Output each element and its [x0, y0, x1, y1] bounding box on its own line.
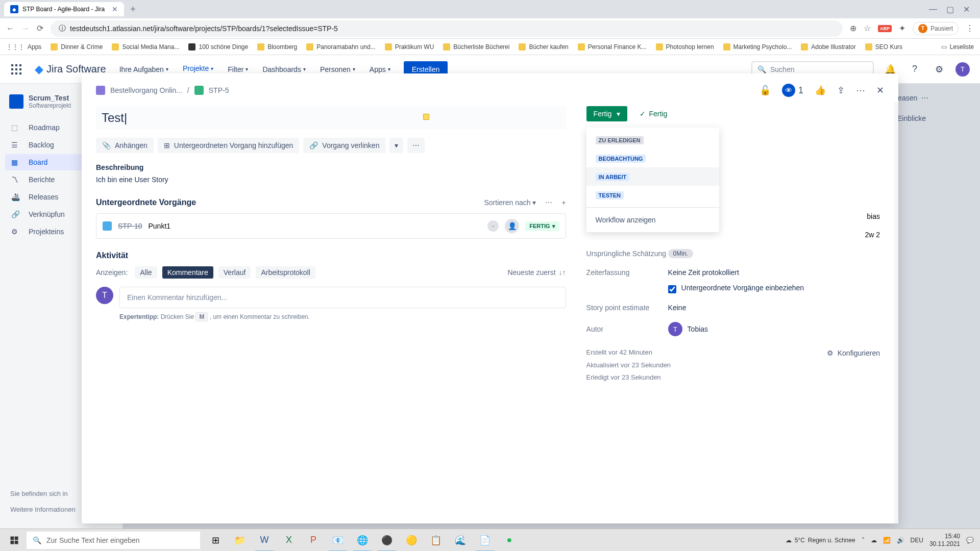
bookmark-item[interactable]: SEO Kurs: [865, 43, 902, 51]
wifi-icon[interactable]: 📶: [883, 537, 891, 544]
clock[interactable]: 15:40 30.11.2021: [929, 533, 960, 547]
extensions-icon[interactable]: ✦: [899, 23, 905, 33]
watch-button[interactable]: 👁1: [782, 84, 803, 97]
bookmark-item[interactable]: Marketing Psycholo...: [723, 43, 792, 51]
spotify-icon[interactable]: ●: [497, 529, 522, 552]
epic-link[interactable]: Bestellvorgang Onlin...: [110, 86, 182, 94]
share-icon[interactable]: ⇪: [837, 85, 845, 96]
weather-widget[interactable]: ☁ 5°C Regen u. Schnee: [786, 537, 855, 544]
bookmark-star-icon[interactable]: ☆: [864, 23, 871, 33]
zoom-icon[interactable]: ⊕: [850, 23, 856, 33]
tracking-value[interactable]: Keine Zeit protokolliert: [668, 268, 739, 277]
bookmark-item[interactable]: Dinner & Crime: [51, 43, 103, 51]
mail-icon[interactable]: 📧: [326, 529, 350, 552]
tab-worklog[interactable]: Arbeitsprotokoll: [256, 266, 315, 279]
show-label: Anzeigen:: [96, 268, 128, 277]
excel-icon[interactable]: X: [277, 529, 301, 552]
sort-newest-button[interactable]: Neueste zuerst ↓↑: [507, 268, 566, 277]
tab-history[interactable]: Verlauf: [218, 266, 251, 279]
bookmark-item[interactable]: Photoshop lernen: [656, 43, 714, 51]
estimate-value[interactable]: 0Min.: [668, 249, 693, 258]
status-option-inprogress[interactable]: IN ARBEIT: [586, 167, 719, 186]
minimize-icon[interactable]: —: [929, 5, 937, 14]
chrome-icon[interactable]: 🌐: [350, 529, 375, 552]
close-dialog-icon[interactable]: ✕: [876, 85, 884, 96]
volume-icon[interactable]: 🔊: [897, 537, 904, 544]
site-info-icon[interactable]: ⓘ: [59, 24, 66, 33]
notifications-tray-icon[interactable]: 💬: [966, 537, 974, 544]
subtask-assignee-avatar[interactable]: 👤: [505, 219, 519, 233]
taskbar-search[interactable]: 🔍 Zur Suche Text hier eingeben: [27, 532, 200, 549]
like-icon[interactable]: 👍: [815, 85, 826, 96]
bookmark-item[interactable]: Personal Finance K...: [578, 43, 647, 51]
profile-avatar[interactable]: T: [955, 62, 970, 77]
powerpoint-icon[interactable]: P: [301, 529, 326, 552]
tray-chevron-icon[interactable]: ˄: [862, 537, 865, 544]
notepad-icon[interactable]: 📄: [473, 529, 497, 552]
configure-button[interactable]: ⚙ Konfigurieren: [827, 346, 880, 360]
bookmark-item[interactable]: Adobe Illustrator: [801, 43, 855, 51]
tab-all[interactable]: Alle: [135, 266, 157, 279]
app-switcher-icon[interactable]: [10, 63, 22, 76]
status-option-todo[interactable]: ZU ERLEDIGEN: [586, 131, 719, 149]
subtask-key[interactable]: STP-10: [118, 222, 142, 230]
new-tab-button[interactable]: +: [130, 4, 136, 15]
forward-button[interactable]: →: [21, 24, 30, 33]
close-window-icon[interactable]: ✕: [963, 5, 970, 14]
issue-key[interactable]: STP-5: [209, 86, 229, 94]
url-input[interactable]: ⓘ testdeutsch1.atlassian.net/jira/softwa…: [51, 20, 843, 37]
issue-title-input[interactable]: Test|: [96, 106, 566, 130]
subtask-menu-icon[interactable]: ⋯: [545, 198, 552, 207]
bookmark-item[interactable]: Praktikum WU: [385, 43, 434, 51]
comment-input[interactable]: Einen Kommentar hinzufügen...: [119, 287, 566, 308]
profile-paused-button[interactable]: TPausiert: [913, 22, 959, 35]
browser-tab[interactable]: ◆ STP Board - Agile-Board - Jira ✕: [4, 2, 124, 16]
subtask-row[interactable]: STP-10 Punkt1 - 👤 FERTIG▾: [96, 213, 566, 239]
bookmark-item[interactable]: Panoramabahn und...: [306, 43, 375, 51]
link-dropdown-button[interactable]: ▾: [389, 138, 403, 153]
view-workflow-link[interactable]: Workflow anzeigen: [586, 211, 719, 229]
apps-bookmark[interactable]: ⋮⋮⋮ Apps: [6, 43, 41, 51]
file-explorer-icon[interactable]: 📁: [228, 529, 252, 552]
bookmark-item[interactable]: Bloomberg: [257, 43, 297, 51]
status-dropdown-button[interactable]: Fertig▾: [586, 106, 628, 121]
more-actions-icon[interactable]: ⋯: [856, 85, 865, 96]
settings-icon[interactable]: ⚙: [931, 61, 947, 78]
status-option-watch[interactable]: BEOBACHTUNG: [586, 149, 719, 167]
storypoints-value[interactable]: Keine: [668, 304, 880, 312]
cursor-highlight: [423, 114, 429, 120]
word-icon[interactable]: W: [252, 529, 277, 552]
bookmark-item[interactable]: Social Media Mana...: [112, 43, 179, 51]
sort-subtasks-button[interactable]: Sortieren nach ▾: [484, 198, 536, 207]
back-button[interactable]: ←: [6, 24, 14, 33]
add-subtask-icon[interactable]: +: [561, 198, 566, 207]
onedrive-icon[interactable]: ☁: [871, 537, 877, 544]
more-button[interactable]: ⋯: [407, 138, 425, 153]
subtask-status-badge[interactable]: FERTIG▾: [525, 221, 559, 231]
bookmark-item[interactable]: Bücher kaufen: [519, 43, 568, 51]
chrome-menu-icon[interactable]: ⋮: [966, 23, 974, 33]
bookmark-item[interactable]: Bücherliste Bücherei: [443, 43, 509, 51]
help-icon[interactable]: ?: [906, 61, 923, 78]
tab-comments[interactable]: Kommentare: [162, 266, 213, 279]
obs-icon[interactable]: ⚫: [375, 529, 399, 552]
language-indicator[interactable]: DEU: [911, 537, 923, 544]
bookmark-item[interactable]: 100 schöne Dinge: [188, 43, 248, 51]
status-option-test[interactable]: TESTEN: [586, 186, 719, 204]
link-issue-button[interactable]: 🔗Vorgang verlinken: [303, 138, 385, 153]
maximize-icon[interactable]: ▢: [946, 5, 954, 14]
add-subtask-button[interactable]: ⊞Untergeordneten Vorgang hinzufügen: [158, 138, 300, 153]
edge-icon[interactable]: 🌊: [448, 529, 473, 552]
abp-extension-icon[interactable]: ABP: [878, 25, 892, 32]
app-icon[interactable]: 🟡: [399, 529, 424, 552]
task-view-icon[interactable]: ⊞: [203, 529, 228, 552]
app-icon-2[interactable]: 📋: [424, 529, 448, 552]
reading-list-button[interactable]: ▭ Leseliste: [941, 43, 974, 51]
reload-button[interactable]: ⟳: [37, 23, 43, 33]
attach-button[interactable]: 📎Anhängen: [96, 138, 154, 153]
close-tab-icon[interactable]: ✕: [112, 5, 118, 13]
description-text[interactable]: Ich bin eine User Story: [96, 176, 566, 184]
lock-icon[interactable]: 🔓: [760, 85, 771, 96]
include-subtasks-checkbox[interactable]: [668, 285, 676, 293]
start-button[interactable]: [2, 529, 27, 552]
